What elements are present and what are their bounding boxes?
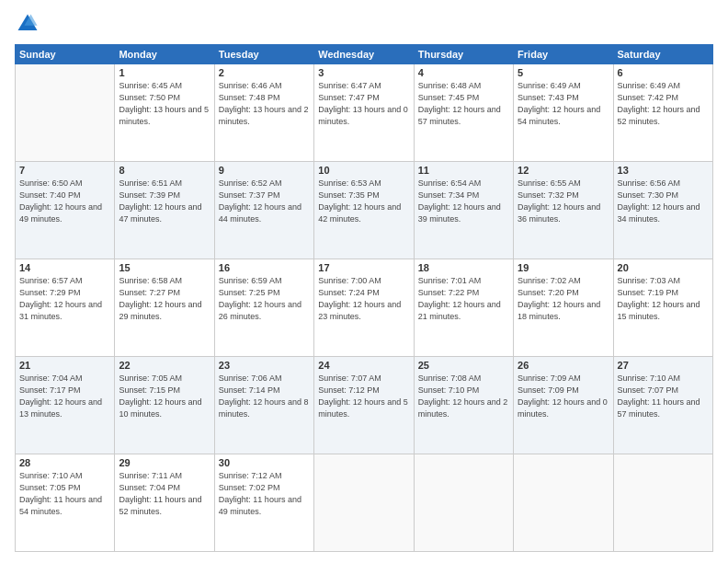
day-number: 13 xyxy=(618,165,709,176)
day-number: 28 xyxy=(19,457,110,468)
day-info: Sunrise: 7:01 AMSunset: 7:22 PMDaylight:… xyxy=(418,275,509,323)
calendar-day-cell: 6Sunrise: 6:49 AMSunset: 7:42 PMDaylight… xyxy=(613,64,712,162)
calendar-day-cell: 7Sunrise: 6:50 AMSunset: 7:40 PMDaylight… xyxy=(16,162,115,259)
calendar-week-row: 28Sunrise: 7:10 AMSunset: 7:05 PMDayligh… xyxy=(16,454,713,552)
day-info: Sunrise: 6:50 AMSunset: 7:40 PMDaylight:… xyxy=(19,178,110,225)
day-info: Sunrise: 7:10 AMSunset: 7:07 PMDaylight:… xyxy=(618,373,709,420)
day-number: 10 xyxy=(318,165,409,176)
day-number: 25 xyxy=(418,360,509,371)
day-number: 2 xyxy=(219,67,310,78)
day-number: 24 xyxy=(318,360,409,371)
day-number: 3 xyxy=(318,67,409,78)
calendar-day-cell: 25Sunrise: 7:08 AMSunset: 7:10 PMDayligh… xyxy=(414,357,513,454)
day-info: Sunrise: 7:00 AMSunset: 7:24 PMDaylight:… xyxy=(318,275,409,323)
calendar-day-cell: 29Sunrise: 7:11 AMSunset: 7:04 PMDayligh… xyxy=(115,454,214,552)
day-number: 27 xyxy=(618,360,709,371)
calendar-day-cell: 4Sunrise: 6:48 AMSunset: 7:45 PMDaylight… xyxy=(414,64,513,162)
day-number: 8 xyxy=(119,165,210,176)
day-info: Sunrise: 6:59 AMSunset: 7:25 PMDaylight:… xyxy=(219,275,310,323)
calendar-day-cell xyxy=(514,454,613,552)
calendar-day-cell xyxy=(613,454,712,552)
day-number: 17 xyxy=(318,262,409,273)
calendar-week-row: 7Sunrise: 6:50 AMSunset: 7:40 PMDaylight… xyxy=(16,162,713,259)
day-number: 19 xyxy=(518,262,609,273)
calendar-day-cell: 11Sunrise: 6:54 AMSunset: 7:34 PMDayligh… xyxy=(414,162,513,259)
day-number: 26 xyxy=(518,360,609,371)
calendar-day-cell: 15Sunrise: 6:58 AMSunset: 7:27 PMDayligh… xyxy=(115,259,214,357)
calendar-day-cell: 14Sunrise: 6:57 AMSunset: 7:29 PMDayligh… xyxy=(16,259,115,357)
day-number: 11 xyxy=(418,165,509,176)
day-number: 6 xyxy=(618,67,709,78)
day-info: Sunrise: 7:09 AMSunset: 7:09 PMDaylight:… xyxy=(518,373,609,420)
day-info: Sunrise: 7:08 AMSunset: 7:10 PMDaylight:… xyxy=(418,373,509,420)
calendar-table: SundayMondayTuesdayWednesdayThursdayFrid… xyxy=(15,44,713,552)
day-info: Sunrise: 7:02 AMSunset: 7:20 PMDaylight:… xyxy=(518,275,609,323)
calendar-day-cell: 2Sunrise: 6:46 AMSunset: 7:48 PMDaylight… xyxy=(214,64,313,162)
calendar-day-cell: 21Sunrise: 7:04 AMSunset: 7:17 PMDayligh… xyxy=(16,357,115,454)
day-number: 21 xyxy=(19,360,110,371)
day-number: 1 xyxy=(119,67,210,78)
day-number: 22 xyxy=(119,360,210,371)
day-info: Sunrise: 7:04 AMSunset: 7:17 PMDaylight:… xyxy=(19,373,110,420)
page: SundayMondayTuesdayWednesdayThursdayFrid… xyxy=(0,0,728,563)
day-info: Sunrise: 6:48 AMSunset: 7:45 PMDaylight:… xyxy=(418,80,509,128)
day-info: Sunrise: 6:56 AMSunset: 7:30 PMDaylight:… xyxy=(618,178,709,225)
day-info: Sunrise: 7:11 AMSunset: 7:04 PMDaylight:… xyxy=(119,470,210,518)
weekday-header: Thursday xyxy=(414,45,513,64)
calendar-day-cell: 19Sunrise: 7:02 AMSunset: 7:20 PMDayligh… xyxy=(514,259,613,357)
day-info: Sunrise: 6:53 AMSunset: 7:35 PMDaylight:… xyxy=(318,178,409,225)
calendar-week-row: 14Sunrise: 6:57 AMSunset: 7:29 PMDayligh… xyxy=(16,259,713,357)
day-number: 9 xyxy=(219,165,310,176)
weekday-header: Tuesday xyxy=(214,45,313,64)
calendar-day-cell: 9Sunrise: 6:52 AMSunset: 7:37 PMDaylight… xyxy=(214,162,313,259)
calendar-day-cell: 16Sunrise: 6:59 AMSunset: 7:25 PMDayligh… xyxy=(214,259,313,357)
day-number: 16 xyxy=(219,262,310,273)
day-number: 4 xyxy=(418,67,509,78)
day-info: Sunrise: 7:03 AMSunset: 7:19 PMDaylight:… xyxy=(618,275,709,323)
calendar-day-cell: 22Sunrise: 7:05 AMSunset: 7:15 PMDayligh… xyxy=(115,357,214,454)
calendar-day-cell: 13Sunrise: 6:56 AMSunset: 7:30 PMDayligh… xyxy=(613,162,712,259)
header xyxy=(15,11,713,37)
calendar-day-cell: 17Sunrise: 7:00 AMSunset: 7:24 PMDayligh… xyxy=(314,259,414,357)
calendar-day-cell: 24Sunrise: 7:07 AMSunset: 7:12 PMDayligh… xyxy=(314,357,414,454)
day-number: 30 xyxy=(219,457,310,468)
day-info: Sunrise: 6:54 AMSunset: 7:34 PMDaylight:… xyxy=(418,178,509,225)
day-info: Sunrise: 7:12 AMSunset: 7:02 PMDaylight:… xyxy=(219,470,310,518)
day-info: Sunrise: 6:45 AMSunset: 7:50 PMDaylight:… xyxy=(119,80,210,128)
day-info: Sunrise: 6:49 AMSunset: 7:43 PMDaylight:… xyxy=(518,80,609,128)
day-number: 7 xyxy=(19,165,110,176)
day-number: 12 xyxy=(518,165,609,176)
calendar-day-cell: 20Sunrise: 7:03 AMSunset: 7:19 PMDayligh… xyxy=(613,259,712,357)
day-info: Sunrise: 6:57 AMSunset: 7:29 PMDaylight:… xyxy=(19,275,110,323)
day-info: Sunrise: 6:55 AMSunset: 7:32 PMDaylight:… xyxy=(518,178,609,225)
logo-icon xyxy=(15,11,40,37)
calendar-day-cell: 30Sunrise: 7:12 AMSunset: 7:02 PMDayligh… xyxy=(214,454,313,552)
day-info: Sunrise: 6:47 AMSunset: 7:47 PMDaylight:… xyxy=(318,80,409,128)
calendar-day-cell: 27Sunrise: 7:10 AMSunset: 7:07 PMDayligh… xyxy=(613,357,712,454)
calendar-day-cell xyxy=(16,64,115,162)
day-number: 14 xyxy=(19,262,110,273)
day-number: 15 xyxy=(119,262,210,273)
weekday-header: Saturday xyxy=(613,45,712,64)
day-number: 5 xyxy=(518,67,609,78)
calendar-day-cell: 23Sunrise: 7:06 AMSunset: 7:14 PMDayligh… xyxy=(214,357,313,454)
day-info: Sunrise: 6:52 AMSunset: 7:37 PMDaylight:… xyxy=(219,178,310,225)
calendar-day-cell: 18Sunrise: 7:01 AMSunset: 7:22 PMDayligh… xyxy=(414,259,513,357)
day-number: 23 xyxy=(219,360,310,371)
calendar-day-cell xyxy=(414,454,513,552)
day-info: Sunrise: 6:58 AMSunset: 7:27 PMDaylight:… xyxy=(119,275,210,323)
day-info: Sunrise: 7:07 AMSunset: 7:12 PMDaylight:… xyxy=(318,373,409,420)
weekday-header: Friday xyxy=(514,45,613,64)
calendar-day-cell: 8Sunrise: 6:51 AMSunset: 7:39 PMDaylight… xyxy=(115,162,214,259)
day-info: Sunrise: 6:51 AMSunset: 7:39 PMDaylight:… xyxy=(119,178,210,225)
day-number: 18 xyxy=(418,262,509,273)
weekday-header: Monday xyxy=(115,45,214,64)
day-info: Sunrise: 6:49 AMSunset: 7:42 PMDaylight:… xyxy=(618,80,709,128)
calendar-week-row: 1Sunrise: 6:45 AMSunset: 7:50 PMDaylight… xyxy=(16,64,713,162)
day-number: 20 xyxy=(618,262,709,273)
calendar-day-cell xyxy=(314,454,414,552)
day-info: Sunrise: 6:46 AMSunset: 7:48 PMDaylight:… xyxy=(219,80,310,128)
calendar-day-cell: 1Sunrise: 6:45 AMSunset: 7:50 PMDaylight… xyxy=(115,64,214,162)
calendar-day-cell: 5Sunrise: 6:49 AMSunset: 7:43 PMDaylight… xyxy=(514,64,613,162)
day-number: 29 xyxy=(119,457,210,468)
